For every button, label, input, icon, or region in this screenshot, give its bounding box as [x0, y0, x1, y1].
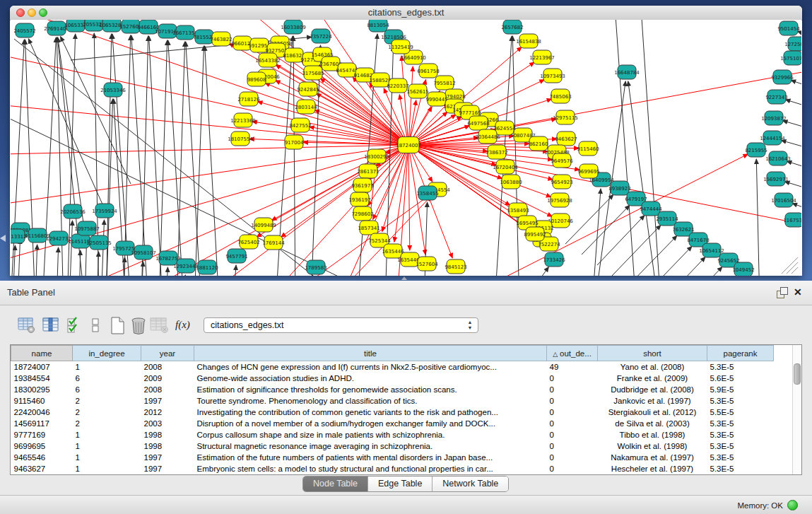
graph-node[interactable]: 18300295 [364, 149, 389, 163]
graph-node[interactable]: 10973493 [540, 69, 565, 83]
graph-node[interactable]: 917004 [285, 135, 304, 149]
delete-columns-icon[interactable] [130, 317, 147, 338]
tab-network-table[interactable]: Network Table [432, 477, 508, 491]
graph-node[interactable]: 8427552 [289, 118, 311, 132]
graph-node[interactable]: 2718126 [237, 92, 260, 106]
column-header-out_degree[interactable]: △out_de... [547, 346, 598, 361]
graph-node[interactable]: 1049452 [732, 262, 754, 276]
graph-node[interactable]: 9501454 [777, 21, 800, 35]
column-header-short[interactable]: short [598, 346, 707, 361]
table-mode-icon[interactable] [18, 317, 36, 337]
graph-node[interactable]: 16648784 [614, 65, 640, 79]
graph-node[interactable]: 9361973 [351, 178, 373, 192]
graph-node[interactable]: 1789583 [305, 260, 326, 274]
graph-node[interactable]: 9654923 [551, 175, 572, 189]
tab-node-table[interactable]: Node Table [303, 477, 367, 491]
resize-grip-icon[interactable] [782, 257, 798, 274]
close-window-button[interactable] [16, 8, 25, 17]
graph-node[interactable]: 11325419 [388, 40, 413, 54]
float-panel-icon[interactable] [777, 287, 789, 298]
minimize-window-button[interactable] [28, 8, 36, 17]
graph-node[interactable]: 7386372 [486, 145, 507, 159]
function-builder-icon[interactable]: f(x) [175, 318, 190, 331]
graph-node[interactable]: 10975887 [74, 221, 100, 235]
table-row[interactable]: 911546021997Tourette syndrome. Phenomeno… [11, 395, 774, 407]
graph-node[interactable]: 1857341 [358, 221, 379, 235]
graph-node[interactable]: 18107554 [228, 132, 253, 146]
graph-node[interactable]: 1769144 [262, 235, 285, 250]
graph-node[interactable]: 12725055 [784, 37, 801, 51]
graph-node[interactable]: 7357224 [310, 29, 332, 43]
graph-node[interactable]: 8995492 [524, 227, 546, 241]
graph-node[interactable]: 1358455 [416, 186, 438, 200]
table-row[interactable]: 977716911998Corpus callosum shape and si… [11, 429, 774, 440]
graph-node[interactable]: 1527604 [416, 257, 438, 271]
zoom-window-button[interactable] [39, 8, 47, 17]
table-row[interactable]: 946554611997Estimation of the future num… [11, 452, 774, 463]
collapse-panel-arrow-icon[interactable] [0, 235, 6, 242]
graph-node[interactable]: 989608 [247, 72, 266, 86]
graph-node[interactable]: 12505135 [86, 235, 112, 250]
column-header-name[interactable]: name [11, 346, 73, 361]
graph-node[interactable]: 1358493 [507, 203, 529, 217]
graph-node[interactable]: 862160 [529, 136, 548, 151]
table-row[interactable]: 1938455462009Genome-wide association stu… [11, 373, 774, 384]
graph-node[interactable]: 15692971 [763, 172, 789, 186]
graph-node[interactable]: 1167531 [783, 213, 801, 227]
create-column-icon[interactable] [110, 317, 126, 338]
table-scrollbar[interactable] [792, 345, 801, 474]
graph-node[interactable]: 16543382 [255, 53, 281, 67]
memory-ok-indicator-icon[interactable] [787, 500, 798, 510]
graph-node[interactable]: 19756928 [547, 193, 572, 207]
table-row[interactable]: 1456911722003Disruption of a novel membe… [11, 418, 774, 429]
column-header-in_degree[interactable]: in_degree [73, 346, 141, 361]
graph-node[interactable]: 17016504 [771, 193, 796, 207]
column-header-title[interactable]: title [194, 346, 547, 361]
graph-node[interactable]: 7463822 [210, 32, 232, 46]
column-header-pagerank[interactable]: pagerank [707, 346, 774, 361]
graph-node[interactable]: 8813054 [367, 20, 389, 32]
graph-node[interactable]: 9457791 [225, 249, 247, 263]
graph-node[interactable]: 1733426 [543, 252, 565, 267]
graph-node[interactable]: 12975115 [553, 110, 578, 124]
graph-node[interactable]: 9463627 [555, 132, 577, 146]
graph-node[interactable]: 18724007 [396, 137, 421, 153]
graph-node[interactable]: 2861371 [357, 164, 379, 178]
table-row[interactable]: 2242004622012Investigating the contribut… [11, 407, 774, 418]
graph-node[interactable]: 12093872 [761, 111, 787, 125]
graph-node[interactable]: 15751074 [780, 51, 801, 65]
select-all-columns-icon[interactable] [66, 317, 82, 337]
graph-node[interactable]: 3175685 [302, 66, 324, 80]
graph-node[interactable]: 6497568 [467, 116, 489, 130]
graph-node[interactable]: 16154838 [516, 34, 541, 48]
table-row[interactable]: 1830029562008Estimation of significance … [11, 384, 774, 395]
table-row[interactable]: 969969511998Structural magnetic resonanc… [11, 440, 774, 452]
network-canvas[interactable]: 1872400718300295193845542405572276914061… [11, 20, 801, 276]
graph-node[interactable]: 1063880 [500, 175, 522, 189]
graph-node[interactable]: 1881120 [196, 260, 218, 274]
graph-node[interactable]: 9699695 [577, 164, 599, 178]
column-header-year[interactable]: year [141, 346, 194, 361]
graph-node[interactable]: 16720404 [493, 160, 518, 174]
show-column-icon[interactable] [42, 317, 59, 337]
network-graph[interactable]: 1872400718300295193845542405572276914061… [11, 20, 801, 276]
splitter-handle-icon[interactable] [401, 276, 407, 280]
table-select-dropdown[interactable]: citations_edges.txt ▲▼ [204, 317, 478, 333]
graph-node[interactable]: 2657682 [501, 20, 523, 34]
graph-node[interactable]: 6961758 [417, 64, 439, 78]
graph-node[interactable]: 9115460 [577, 141, 599, 156]
graph-node[interactable]: 9329966 [771, 70, 794, 84]
table-row[interactable]: 1872400712008Changes of HCN gene express… [11, 361, 774, 373]
graph-node[interactable]: 12444154 [760, 131, 785, 145]
graph-node[interactable]: 8220337 [387, 78, 408, 93]
graph-node[interactable]: 9649576 [551, 153, 573, 168]
graph-node[interactable]: 7485063 [549, 89, 571, 103]
graph-node[interactable]: 16210643 [765, 151, 791, 165]
graph-node[interactable]: 17359924 [92, 204, 117, 218]
graph-node[interactable]: 2405572 [13, 23, 35, 37]
graph-node[interactable]: 20206536 [60, 204, 86, 218]
table-row[interactable]: 946362711997Embryonic stem cells: a mode… [11, 463, 774, 474]
graph-node[interactable]: 9227343 [765, 90, 787, 104]
graph-node[interactable]: 14099489 [251, 218, 276, 232]
graph-node[interactable]: 21053346 [100, 83, 126, 97]
